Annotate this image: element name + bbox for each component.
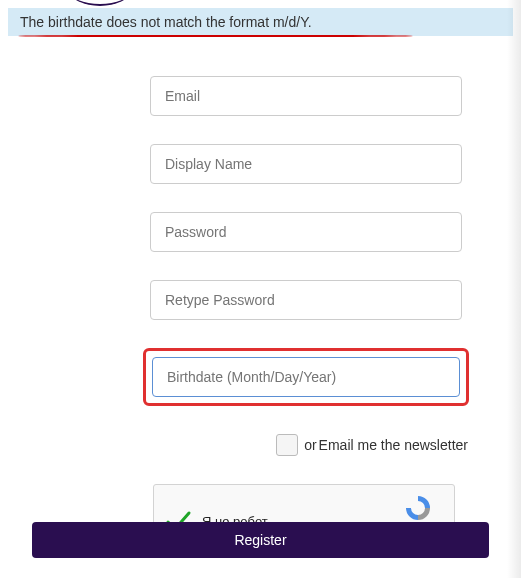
birthdate-field[interactable] — [152, 357, 460, 397]
newsletter-row: or Email me the newsletter — [150, 434, 468, 456]
newsletter-checkbox[interactable] — [276, 434, 298, 456]
registration-form: or Email me the newsletter Я не робот re… — [0, 36, 521, 568]
newsletter-label: Email me the newsletter — [319, 437, 468, 453]
display-name-field[interactable] — [150, 144, 462, 184]
password-field[interactable] — [150, 212, 462, 252]
newsletter-prefix: or — [304, 437, 316, 453]
birthdate-highlight-box — [143, 348, 469, 406]
email-field[interactable] — [150, 76, 462, 116]
recaptcha-icon — [403, 493, 433, 523]
logo-fragment — [70, 0, 130, 6]
right-shadow — [507, 0, 521, 578]
register-button[interactable]: Register — [32, 522, 489, 558]
error-underline — [18, 35, 413, 37]
retype-password-field[interactable] — [150, 280, 462, 320]
error-banner: The birthdate does not match the format … — [8, 8, 513, 36]
error-message: The birthdate does not match the format … — [20, 14, 312, 30]
